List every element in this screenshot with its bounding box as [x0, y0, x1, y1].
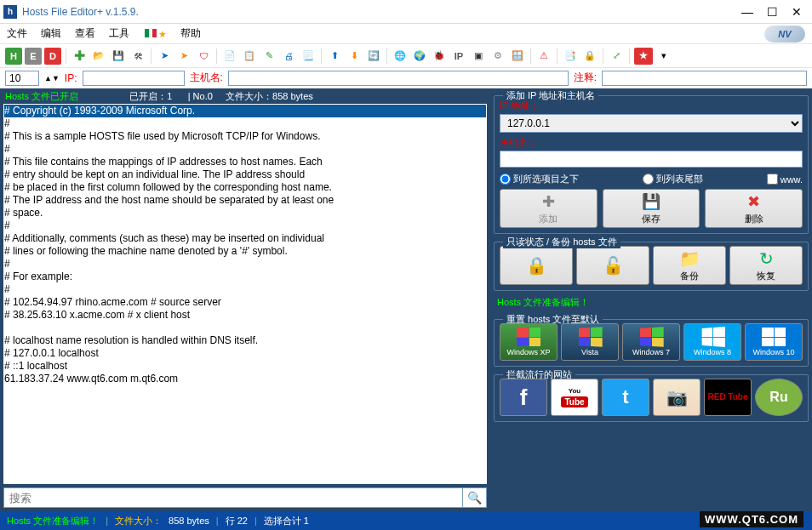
instagram-site-button[interactable]: 📷	[653, 379, 700, 416]
search-button[interactable]: 🔍	[463, 487, 487, 508]
list-icon[interactable]: 📑	[562, 48, 579, 65]
print-icon[interactable]: 🖨	[280, 48, 297, 65]
ip-param-label: IP:	[65, 72, 77, 84]
statusbar: Hosts 文件准备编辑！ | 文件大小： 858 bytes | 行 22 |…	[0, 511, 812, 530]
status-ready: Hosts 文件准备编辑！	[7, 515, 99, 527]
folder-open-icon[interactable]: 📂	[90, 48, 107, 65]
facebook-site-button[interactable]: f	[500, 379, 547, 416]
lock-grey-button[interactable]: 🔓	[576, 246, 649, 285]
globe2-icon[interactable]: 🌍	[411, 48, 428, 65]
menu-edit[interactable]: 编辑	[41, 26, 61, 41]
lock-red-button[interactable]: 🔒	[500, 246, 573, 285]
radio-below-selected[interactable]	[500, 174, 511, 185]
refresh-icon[interactable]: 🔄	[365, 48, 382, 65]
redtube-site-button[interactable]: RED Tube	[704, 379, 752, 416]
close-button[interactable]: ✕	[792, 5, 802, 19]
os-xp-button[interactable]: Windows XP	[500, 323, 558, 361]
menu-view[interactable]: 查看	[75, 26, 95, 41]
gear2-icon[interactable]: ⚙	[489, 48, 506, 65]
minimize-button[interactable]: —	[741, 5, 753, 19]
delete-button[interactable]: ✖删除	[705, 189, 803, 228]
blue-arrow-icon[interactable]: ➤	[156, 48, 173, 65]
right-pane: 添加 IP 地址和主机名 IP 地址： 127.0.0.1 主机名： 到所选项目…	[490, 88, 812, 511]
toolbar: H E D ✚ 📂 💾 🛠 ➤ ➤ 🛡 📄 📋 ✎ 🖨 📃 ⬆ ⬇ 🔄 🌐 🌍 …	[0, 44, 812, 68]
paste-icon[interactable]: 📋	[241, 48, 258, 65]
d-icon[interactable]: D	[44, 48, 61, 65]
edit-icon[interactable]: ✎	[260, 48, 277, 65]
ready-edit-text: Hosts 文件准备编辑！	[494, 293, 809, 311]
os-7-button[interactable]: Windows 7	[622, 323, 680, 361]
hosts-status: Hosts 文件已开启	[5, 90, 78, 103]
e-icon[interactable]: E	[25, 48, 42, 65]
nv-logo: NV	[764, 26, 805, 43]
maximize-button[interactable]: ☐	[767, 5, 778, 19]
terminal-icon[interactable]: ▣	[470, 48, 487, 65]
backup-button[interactable]: 📁备份	[653, 246, 726, 285]
save-icon[interactable]: 💾	[110, 48, 127, 65]
menu-help[interactable]: 帮助	[180, 26, 201, 41]
copy-icon[interactable]: 📄	[221, 48, 238, 65]
os-8-button[interactable]: Windows 8	[683, 323, 741, 361]
titlebar: h Hosts File Editor+ v.1.5.9. — ☐ ✕	[0, 0, 812, 24]
host-param-label: 主机名:	[190, 71, 223, 85]
twitter-site-button[interactable]: t	[602, 379, 649, 416]
window-title: Hosts File Editor+ v.1.5.9.	[22, 6, 741, 18]
tools-icon[interactable]: 🛠	[129, 48, 146, 65]
group-readonly-backup: 只读状态 / 备份 hosts 文件 🔒 🔓 📁备份 ↻恢复	[494, 242, 809, 291]
add-icon[interactable]: ✚	[71, 48, 88, 65]
hostname-label: 主机名：	[500, 136, 803, 149]
search-input[interactable]	[3, 487, 463, 508]
menu-language[interactable]: ★	[143, 28, 167, 40]
left-pane: Hosts 文件已开启 已开启：1 | No.0 文件大小：858 bytes …	[0, 88, 490, 511]
number-input[interactable]	[5, 71, 39, 86]
up-icon[interactable]: ⬆	[326, 48, 343, 65]
hostname-input[interactable]	[500, 151, 803, 168]
os-vista-button[interactable]: Vista	[561, 323, 619, 361]
group-block-sites: 拦截流行的网站 f YouTube t 📷 RED Tube Ru	[494, 374, 809, 422]
save-button[interactable]: 💾保存	[603, 189, 700, 228]
hosts-editor[interactable]: # Copyright (c) 1993-2009 Microsoft Corp…	[3, 104, 487, 484]
radio-end-of-list[interactable]	[643, 174, 654, 185]
comment-param-input[interactable]	[602, 71, 807, 86]
ru-site-button[interactable]: Ru	[755, 379, 803, 416]
warning-icon[interactable]: ⚠	[535, 48, 552, 65]
lock-icon[interactable]: 🔒	[581, 48, 598, 65]
down-icon[interactable]: ⬇	[346, 48, 363, 65]
youtube-site-button[interactable]: YouTube	[551, 379, 598, 416]
page-icon[interactable]: 📃	[300, 48, 317, 65]
watermark: WWW.QT6.COM	[700, 511, 803, 527]
chevron-down-icon[interactable]: ▾	[655, 48, 672, 65]
add-button[interactable]: ✚添加	[500, 189, 598, 228]
bug-icon[interactable]: 🐞	[431, 48, 448, 65]
group-add-ip-host: 添加 IP 地址和主机名 IP 地址： 127.0.0.1 主机名： 到所选项目…	[494, 95, 809, 234]
group-reset-defaults: 重置 hosts 文件至默认 Windows XP Vista Windows …	[494, 319, 809, 367]
window-icon[interactable]: 🪟	[509, 48, 526, 65]
h-icon[interactable]: H	[5, 48, 22, 65]
params-bar: ▲▼ IP: 主机名: 注释:	[0, 68, 812, 88]
orange-arrow-icon[interactable]: ➤	[175, 48, 192, 65]
ip-param-input[interactable]	[83, 71, 185, 86]
host-param-input[interactable]	[228, 71, 569, 86]
app-icon: h	[3, 5, 17, 19]
expand-icon[interactable]: ⤢	[608, 48, 625, 65]
restore-button[interactable]: ↻恢复	[729, 246, 803, 285]
menubar: 文件 编辑 查看 工具 ★ 帮助 NV	[0, 24, 812, 44]
ip-address-select[interactable]: 127.0.0.1	[500, 114, 803, 133]
ip-icon[interactable]: IP	[450, 48, 467, 65]
china-flag-icon[interactable]: ★	[634, 48, 653, 65]
globe-icon[interactable]: 🌐	[392, 48, 409, 65]
comment-param-label: 注释:	[574, 71, 597, 85]
menu-file[interactable]: 文件	[7, 26, 27, 41]
checkbox-www[interactable]	[767, 174, 778, 185]
menu-tools[interactable]: 工具	[109, 26, 129, 41]
os-10-button[interactable]: Windows 10	[745, 323, 803, 361]
shield-icon[interactable]: 🛡	[195, 48, 212, 65]
